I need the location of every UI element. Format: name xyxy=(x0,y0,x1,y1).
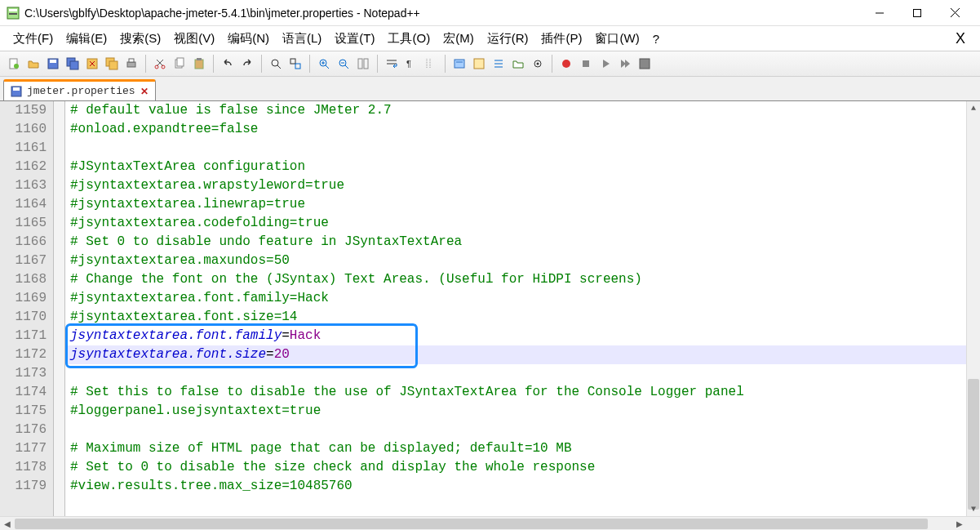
code-line[interactable]: #jsyntaxtextarea.codefolding=true xyxy=(65,214,966,233)
monitor-icon[interactable] xyxy=(529,55,547,73)
code-line[interactable]: # Set to 0 to disable the size check and… xyxy=(65,458,966,477)
code-line[interactable]: #jsyntaxtextarea.linewrap=true xyxy=(65,195,966,214)
new-file-icon[interactable] xyxy=(5,55,23,73)
scroll-right-arrow-icon[interactable]: ▶ xyxy=(952,517,966,531)
line-number: 1176 xyxy=(0,421,47,439)
line-number: 1170 xyxy=(0,308,47,327)
svg-rect-31 xyxy=(295,64,300,69)
app-icon xyxy=(7,7,20,20)
find-icon[interactable] xyxy=(267,55,285,73)
horizontal-scroll-thumb[interactable] xyxy=(15,519,928,529)
menu-macro[interactable]: 宏(M) xyxy=(437,29,481,49)
text-area[interactable]: # default value is false since JMeter 2.… xyxy=(65,101,966,516)
svg-rect-56 xyxy=(640,59,650,69)
editor: 1159116011611162116311641165116611671168… xyxy=(0,101,980,516)
wordwrap-icon[interactable] xyxy=(383,55,401,73)
redo-icon[interactable] xyxy=(238,55,256,73)
svg-rect-30 xyxy=(290,59,295,64)
record-macro-icon[interactable] xyxy=(557,55,575,73)
cut-icon[interactable] xyxy=(151,55,169,73)
code-line[interactable] xyxy=(65,139,966,158)
code-line[interactable]: # Maximum size of HTML page that can be … xyxy=(65,439,966,458)
menu-encoding[interactable]: 编码(N) xyxy=(221,29,276,49)
open-file-icon[interactable] xyxy=(24,55,42,73)
paste-icon[interactable] xyxy=(190,55,208,73)
play-macro-icon[interactable] xyxy=(596,55,614,73)
zoom-out-icon[interactable] xyxy=(335,55,353,73)
save-all-icon[interactable] xyxy=(64,55,82,73)
copy-icon[interactable] xyxy=(171,55,188,73)
code-line[interactable]: #jsyntaxtextarea.font.family=Hack xyxy=(65,289,966,308)
menu-run[interactable]: 运行(R) xyxy=(481,29,535,49)
zoom-in-icon[interactable] xyxy=(315,55,333,73)
code-line[interactable]: #loggerpanel.usejsyntaxtext=true xyxy=(65,402,966,421)
line-number: 1161 xyxy=(0,139,47,158)
svg-rect-39 xyxy=(358,59,362,69)
titlebar: C:\Users\gblfy\Desktop\apache-jmeter-5.4… xyxy=(0,0,980,26)
fold-margin[interactable] xyxy=(54,101,65,516)
code-line[interactable]: jsyntaxtextarea.font.size=20 xyxy=(65,345,966,364)
find-replace-icon[interactable] xyxy=(286,55,304,73)
code-line[interactable]: #onload.expandtree=false xyxy=(65,120,966,139)
code-line[interactable] xyxy=(65,421,966,439)
tab-jmeter-properties[interactable]: jmeter.properties ✕ xyxy=(3,79,156,100)
vertical-scroll-thumb[interactable] xyxy=(968,379,979,510)
close-all-icon[interactable] xyxy=(103,55,121,73)
menu-view[interactable]: 视图(V) xyxy=(167,29,221,49)
close-file-icon[interactable] xyxy=(83,55,101,73)
maximize-button[interactable] xyxy=(898,1,936,25)
code-line[interactable]: # default value is false since JMeter 2.… xyxy=(65,101,966,120)
indent-guide-icon[interactable] xyxy=(422,55,440,73)
code-line[interactable]: # Set this to false to disable the use o… xyxy=(65,383,966,402)
menu-plugins[interactable]: 插件(P) xyxy=(534,29,588,49)
code-line[interactable]: # Set 0 to disable undo feature in JSynt… xyxy=(65,233,966,252)
tab-close-icon[interactable]: ✕ xyxy=(140,86,149,97)
scroll-up-arrow-icon[interactable]: ▲ xyxy=(967,101,980,115)
menu-help[interactable]: ? xyxy=(646,29,666,48)
folder-workspace-icon[interactable] xyxy=(509,55,527,73)
menubar-close[interactable]: X xyxy=(947,30,973,47)
horizontal-scroll-track[interactable] xyxy=(14,518,952,530)
sync-scroll-icon[interactable] xyxy=(354,55,372,73)
svg-rect-12 xyxy=(70,61,78,69)
save-icon[interactable] xyxy=(44,55,62,73)
menu-window[interactable]: 窗口(W) xyxy=(588,29,645,49)
menu-tools[interactable]: 工具(O) xyxy=(381,29,437,49)
code-line[interactable]: #JSyntaxTextArea configuration xyxy=(65,158,966,176)
menu-search[interactable]: 搜索(S) xyxy=(113,29,167,49)
minimize-button[interactable] xyxy=(861,1,898,25)
svg-point-28 xyxy=(272,60,278,66)
undo-icon[interactable] xyxy=(219,55,237,73)
horizontal-scrollbar[interactable]: ◀ ▶ xyxy=(0,516,980,530)
code-line[interactable]: #jsyntaxtextarea.wrapstyleword=true xyxy=(65,176,966,195)
code-line[interactable]: #jsyntaxtextarea.maxundos=50 xyxy=(65,252,966,270)
save-macro-icon[interactable] xyxy=(636,55,654,73)
print-icon[interactable] xyxy=(122,55,140,73)
vertical-scrollbar[interactable]: ▲ ▼ xyxy=(966,101,980,516)
menu-file[interactable]: 文件(F) xyxy=(7,29,60,49)
scroll-down-arrow-icon[interactable]: ▼ xyxy=(967,502,980,516)
menu-settings[interactable]: 设置(T) xyxy=(328,29,381,49)
doc-map-icon[interactable] xyxy=(470,55,488,73)
code-line[interactable]: #view.results.tree.max_size=10485760 xyxy=(65,477,966,496)
menu-edit[interactable]: 编辑(E) xyxy=(60,29,113,49)
code-line[interactable]: #jsyntaxtextarea.font.size=14 xyxy=(65,308,966,327)
line-number: 1173 xyxy=(0,364,47,383)
tab-save-icon xyxy=(11,86,22,97)
code-line[interactable]: jsyntaxtextarea.font.family=Hack xyxy=(65,327,966,345)
svg-rect-40 xyxy=(364,59,368,69)
scroll-left-arrow-icon[interactable]: ◀ xyxy=(0,517,14,531)
play-multi-icon[interactable] xyxy=(616,55,634,73)
close-button[interactable] xyxy=(936,1,973,25)
window-title: C:\Users\gblfy\Desktop\apache-jmeter-5.4… xyxy=(24,7,861,20)
func-list-icon[interactable] xyxy=(490,55,508,73)
code-line[interactable]: # Change the font on the (JSyntax) Text … xyxy=(65,270,966,289)
language-indent-icon[interactable] xyxy=(450,55,468,73)
svg-rect-4 xyxy=(914,9,921,16)
stop-macro-icon[interactable] xyxy=(577,55,595,73)
code-line[interactable] xyxy=(65,364,966,383)
all-chars-icon[interactable]: ¶ xyxy=(402,55,420,73)
svg-rect-27 xyxy=(197,58,202,60)
menu-language[interactable]: 语言(L) xyxy=(276,29,328,49)
line-number: 1165 xyxy=(0,214,47,233)
